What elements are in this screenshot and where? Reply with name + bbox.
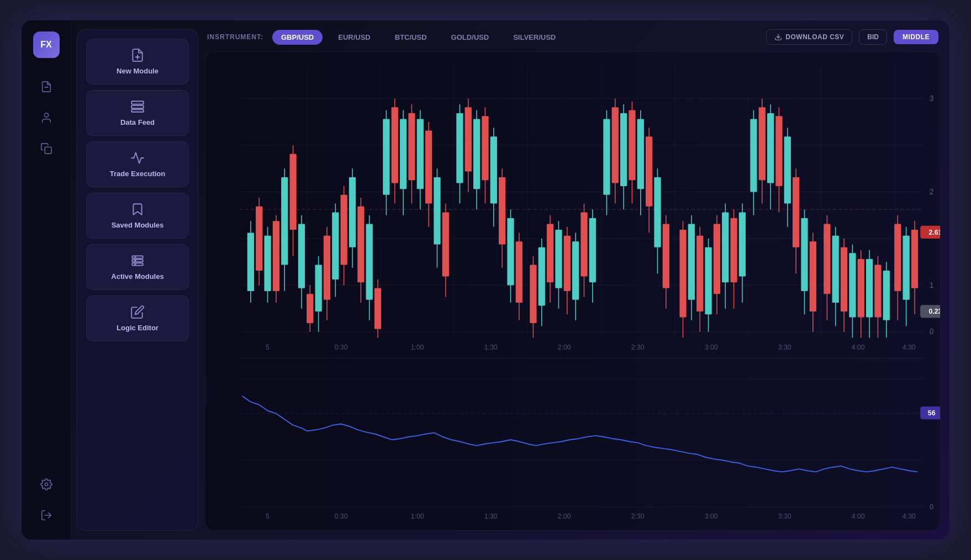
download-icon [774,33,782,41]
module-card-data-feed[interactable]: Data Feed [86,90,189,136]
svg-text:3:30: 3:30 [778,343,791,351]
svg-rect-11 [132,260,143,262]
svg-rect-113 [555,230,562,288]
svg-text:2:00: 2:00 [558,343,571,351]
svg-rect-145 [705,247,711,314]
svg-rect-77 [392,107,398,183]
svg-rect-165 [793,177,799,247]
logic-editor-icon [130,305,145,319]
svg-rect-97 [482,116,488,180]
nav-logout[interactable] [33,502,60,529]
svg-text:2:30: 2:30 [631,343,645,351]
svg-rect-119 [581,212,587,276]
svg-text:2:30: 2:30 [631,513,645,520]
svg-rect-127 [620,113,627,186]
svg-rect-65 [341,195,347,265]
svg-rect-151 [730,218,737,282]
svg-text:0.234: 0.234 [929,308,940,315]
nav-settings[interactable] [33,471,60,498]
svg-rect-45 [256,207,262,271]
svg-rect-153 [739,212,746,276]
svg-rect-143 [696,236,703,311]
svg-text:5: 5 [266,513,270,520]
svg-rect-185 [883,271,890,320]
trade-execution-label: Trade Execution [110,170,165,178]
svg-text:3:00: 3:00 [705,343,718,351]
svg-rect-61 [324,236,330,300]
svg-text:2: 2 [930,187,933,196]
svg-rect-189 [903,236,909,300]
svg-rect-57 [307,294,313,323]
instrument-eur-usd[interactable]: EUR/USD [329,30,379,45]
nav-document[interactable] [33,73,60,100]
svg-rect-121 [589,218,596,282]
bid-button[interactable]: BID [859,29,887,45]
svg-text:4:30: 4:30 [903,513,916,520]
modules-sidebar: New Module Data Feed Trade Execution [77,29,198,531]
svg-rect-107 [530,265,536,323]
svg-rect-49 [273,221,279,291]
svg-rect-7 [131,101,144,104]
svg-rect-177 [849,253,856,317]
nav-copy[interactable] [33,135,60,162]
svg-rect-169 [810,241,816,311]
svg-rect-149 [722,212,729,282]
svg-rect-179 [858,259,864,318]
svg-text:0: 0 [930,503,933,511]
svg-rect-105 [516,241,523,303]
middle-button[interactable]: MIDDLE [894,30,938,44]
svg-text:56: 56 [928,409,936,417]
svg-text:5: 5 [266,343,270,351]
logic-editor-label: Logic Editor [117,324,159,332]
trade-execution-icon [130,151,145,165]
new-module-icon [130,48,145,62]
download-csv-button[interactable]: DOWNLOAD CSV [766,29,852,45]
chart-area: INSRTRUMENT: GBP/USD EUR/USD BTC/USD GOL… [198,20,949,540]
active-modules-label: Active Modules [111,272,163,281]
instrument-gold-usd[interactable]: GOLD/USD [442,30,498,45]
svg-rect-81 [408,113,415,180]
svg-text:1:00: 1:00 [411,513,424,520]
svg-rect-135 [654,177,661,247]
svg-rect-79 [400,119,407,189]
svg-rect-63 [332,212,339,279]
svg-rect-53 [289,154,296,230]
svg-text:4:30: 4:30 [903,343,916,351]
svg-rect-59 [315,265,321,311]
svg-rect-159 [767,113,774,183]
instrument-btc-usd[interactable]: BTC/USD [386,30,436,45]
svg-rect-133 [646,136,652,207]
svg-text:1: 1 [930,281,933,289]
module-card-logic-editor[interactable]: Logic Editor [86,295,189,341]
svg-rect-55 [298,224,305,288]
svg-rect-73 [374,288,381,329]
data-feed-icon [130,99,145,114]
instrument-gbp-usd[interactable]: GBP/USD [272,30,323,45]
svg-text:3:00: 3:00 [705,513,718,520]
instrument-silver-usd[interactable]: SILVER/USD [504,30,564,45]
svg-rect-157 [759,107,766,180]
instrument-label: INSRTRUMENT: [207,33,263,41]
svg-rect-93 [465,107,472,171]
svg-rect-139 [679,230,686,317]
svg-rect-147 [714,224,720,294]
svg-text:3:30: 3:30 [778,513,791,520]
svg-rect-163 [784,136,791,203]
svg-text:0:30: 0:30 [335,343,348,351]
module-card-new-module[interactable]: New Module [86,39,189,84]
svg-rect-187 [894,224,901,291]
svg-rect-101 [499,177,505,244]
active-modules-icon [130,253,145,268]
svg-rect-2 [45,147,51,154]
svg-rect-83 [417,119,424,189]
svg-rect-131 [637,119,644,189]
module-card-trade-execution[interactable]: Trade Execution [86,141,189,187]
svg-rect-87 [434,177,440,244]
svg-rect-67 [349,177,356,247]
svg-rect-9 [131,109,144,112]
module-card-saved-modules[interactable]: Saved Modules [86,193,189,239]
svg-rect-181 [866,259,873,318]
module-card-active-modules[interactable]: Active Modules [86,244,189,290]
svg-rect-89 [442,212,449,276]
nav-user[interactable] [33,104,60,131]
